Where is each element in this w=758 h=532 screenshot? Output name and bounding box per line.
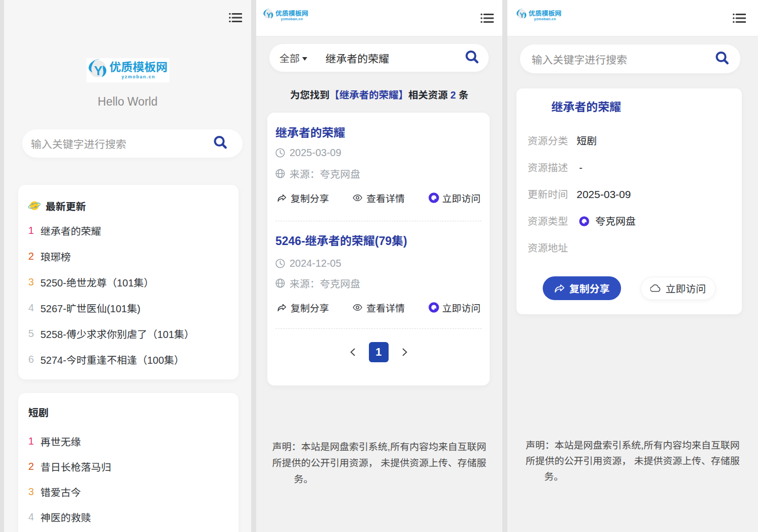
- svg-text:Y: Y: [93, 63, 102, 77]
- svg-text:Y: Y: [519, 12, 524, 19]
- svg-text:Y: Y: [266, 12, 271, 19]
